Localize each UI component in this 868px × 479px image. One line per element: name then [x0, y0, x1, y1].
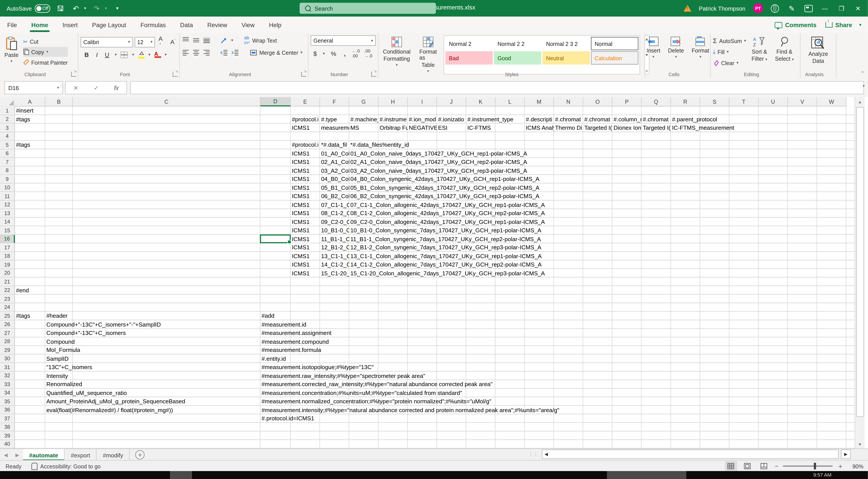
row-header-24[interactable]: 24 [0, 303, 15, 312]
row-header-35[interactable]: 35 [0, 397, 15, 406]
align-left-icon[interactable] [182, 49, 189, 56]
cell-B33[interactable]: Renormalized [45, 380, 83, 389]
sheet-tab-modify[interactable]: #modify [97, 449, 129, 461]
scroll-left-icon[interactable]: ◀ [542, 452, 550, 457]
cell-F12[interactable]: 07_C1-1_C [320, 200, 349, 209]
cell-E9[interactable]: ICMS1 [291, 175, 320, 184]
font-dialog-launcher[interactable] [173, 72, 178, 77]
page-break-view-button[interactable] [758, 461, 770, 471]
cell-M3[interactable]: ICMS Analy [525, 124, 554, 132]
row-header-1[interactable]: 1 [0, 106, 15, 115]
font-name-select[interactable]: Calibri▾ [81, 37, 133, 47]
cell-G3[interactable]: MS [349, 124, 379, 132]
zoom-level[interactable]: 90% [848, 463, 864, 469]
column-header-E[interactable]: E [291, 97, 320, 106]
column-header-I[interactable]: I [408, 97, 437, 106]
clear-button[interactable]: Clear▾ [713, 58, 746, 68]
zoom-in-button[interactable]: ＋ [837, 461, 844, 471]
column-header-K[interactable]: K [466, 97, 496, 106]
column-header-A[interactable]: A [15, 97, 45, 106]
autosum-button[interactable]: ΣAutoSum▾ [713, 36, 746, 46]
sheet-tab-export[interactable]: #export [65, 449, 97, 461]
row-header-11[interactable]: 11 [0, 192, 15, 200]
percent-style-button[interactable]: % [329, 50, 338, 57]
cell-N2[interactable]: #.chromat [554, 115, 583, 124]
cell-F6[interactable]: 01_A0_Col [320, 149, 349, 158]
cell-D29[interactable]: #measurement.formula [260, 346, 322, 355]
cell-E20[interactable]: ICMS1 [291, 269, 320, 278]
cell-D33[interactable]: #measurement.corrected_raw_intensity;#%t… [260, 380, 494, 389]
row-header-4[interactable]: 4 [0, 132, 15, 141]
row-header-26[interactable]: 26 [0, 320, 15, 329]
cell-G6[interactable]: 01_A0_Colon_naive_0days_170427_UKy_GCH_r… [349, 149, 528, 158]
cell-G8[interactable]: 03_A2_Colon_naive_0days_170427_UKy_GCH_r… [349, 166, 528, 175]
sort-filter-button[interactable]: AZ Sort &Filter ▾ [749, 35, 769, 72]
row-header-33[interactable]: 33 [0, 380, 15, 389]
row-header-36[interactable]: 36 [0, 406, 15, 414]
cell-E6[interactable]: ICMS1 [291, 149, 320, 158]
column-header-D[interactable]: D [260, 97, 291, 106]
cell-F15[interactable]: 10_B1-0_C [320, 226, 349, 235]
column-header-U[interactable]: U [759, 97, 788, 106]
column-header-H[interactable]: H [378, 97, 408, 106]
cell-P3[interactable]: Dionex IonI [613, 124, 642, 132]
cell-E5[interactable]: #protocol.i [291, 141, 320, 149]
analyze-data-button[interactable]: AnalyzeData [806, 35, 830, 72]
avatar[interactable]: PT [753, 3, 763, 13]
cell-F14[interactable]: 09_C2-0_C [320, 218, 349, 226]
row-header-19[interactable]: 19 [0, 260, 15, 269]
cell-D35[interactable]: #measurement.normalized_concentration;#%… [260, 397, 492, 406]
clipboard-dialog-launcher[interactable] [71, 72, 76, 77]
cell-E13[interactable]: ICMS1 [291, 209, 320, 218]
format-as-table-button[interactable]: Format asTable▾ [417, 35, 439, 74]
ribbon-tab-formulas[interactable]: Formulas [133, 17, 173, 33]
format-cells-button[interactable]: Format▾ [689, 35, 711, 72]
cell-style-calculation[interactable]: Calculation [591, 52, 638, 65]
copy-button[interactable]: Copy▾ [23, 47, 68, 57]
vertical-scrollbar[interactable]: ▲ ▼ [855, 97, 865, 449]
cell-F18[interactable]: 13_C1-1_C [320, 252, 349, 260]
column-header-P[interactable]: P [613, 97, 642, 106]
format-painter-button[interactable]: Format Painter [23, 57, 68, 67]
cell-G13[interactable]: 08_C1-2_Colon_allogenic_42days_170427_UK… [349, 209, 546, 218]
column-header-V[interactable]: V [788, 97, 817, 106]
cell-D28[interactable]: #measurement.compound [260, 337, 330, 346]
cell-J3[interactable]: ESI [437, 124, 466, 132]
cell-G10[interactable]: 05_B1_Colon_syngenic_42days_170427_UKy_G… [349, 183, 541, 192]
shrink-font-button[interactable]: Aˇ [168, 39, 177, 45]
cell-R2[interactable]: #.parent_protocol [671, 115, 718, 124]
cell-M2[interactable]: #.descripti [525, 115, 554, 124]
increase-indent-icon[interactable] [231, 49, 239, 56]
row-header-28[interactable]: 28 [0, 337, 15, 346]
undo-caret-icon[interactable]: ▾ [84, 6, 86, 10]
cell-E10[interactable]: ICMS1 [291, 183, 320, 192]
cell-Q2[interactable]: #.chromat [642, 115, 671, 124]
cell-B30[interactable]: SamplID [45, 354, 70, 363]
cell-F7[interactable]: 02_A1_Col [320, 158, 349, 166]
row-header-20[interactable]: 20 [0, 269, 15, 278]
cancel-formula-icon[interactable]: ✕ [73, 84, 79, 91]
cell-G20[interactable]: 15_C1-20_Colon_allogenic_7days_170427_UK… [349, 269, 546, 278]
ribbon-tab-home[interactable]: Home [24, 17, 55, 33]
zoom-slider[interactable] [783, 466, 833, 467]
cell-E3[interactable]: ICMS1 [291, 124, 320, 132]
fill-color-button[interactable] [138, 51, 145, 59]
cell-A2[interactable]: #tags [15, 115, 31, 124]
cell-F2[interactable]: #.type [320, 115, 349, 124]
cell-E7[interactable]: ICMS1 [291, 158, 320, 166]
cell-J2[interactable]: #.ionizatio [437, 115, 466, 124]
ribbon-tab-insert[interactable]: Insert [55, 17, 85, 33]
comma-style-button[interactable]: , [342, 50, 347, 57]
autosave-toggle[interactable]: AutoSave Off [7, 4, 50, 12]
cell-D27[interactable]: #measurement.assignment [260, 329, 333, 337]
cell-E2[interactable]: #protocol.i [291, 115, 320, 124]
cell-D25[interactable]: #add [260, 312, 275, 320]
cell-style-normal-2-2[interactable]: Normal 2 2 [494, 37, 541, 50]
align-right-icon[interactable] [203, 49, 210, 56]
cell-E15[interactable]: ICMS1 [291, 226, 320, 235]
column-header-R[interactable]: R [671, 97, 700, 106]
column-header-C[interactable]: C [73, 97, 260, 106]
row-header-30[interactable]: 30 [0, 354, 15, 363]
orientation-icon[interactable] [220, 37, 228, 44]
zoom-out-button[interactable]: − [775, 462, 779, 470]
